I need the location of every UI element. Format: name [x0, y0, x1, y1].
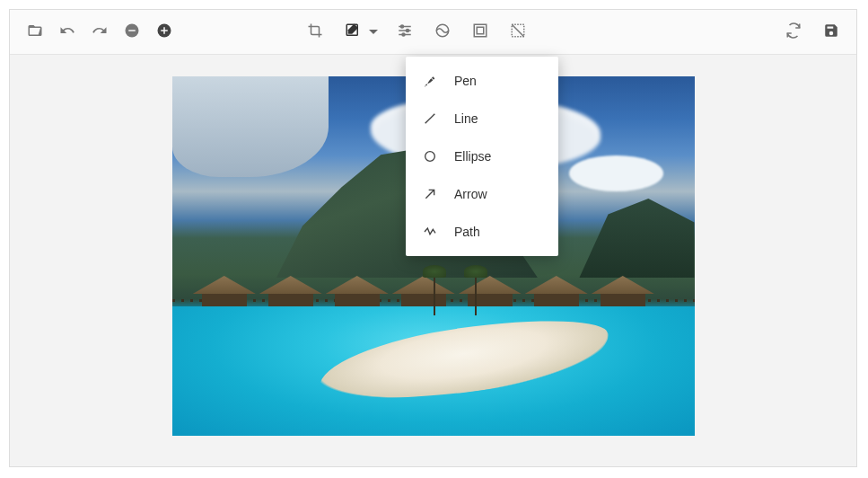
draw-button[interactable] [340, 20, 365, 45]
svg-point-9 [400, 25, 403, 28]
path-icon [422, 224, 438, 240]
toolbar [10, 10, 856, 55]
svg-rect-14 [477, 27, 484, 34]
draw-dropdown-menu: Pen Line Ellipse Arrow Path [406, 57, 558, 256]
sliders-icon [397, 22, 413, 42]
resize-button[interactable] [505, 20, 530, 45]
dropdown-item-pen[interactable]: Pen [406, 62, 558, 100]
undo-button[interactable] [55, 20, 80, 45]
ellipse-icon [422, 148, 438, 164]
plus-circle-icon [156, 22, 172, 42]
refresh-icon [785, 22, 802, 42]
frame-button[interactable] [468, 20, 493, 45]
save-button[interactable] [819, 20, 844, 45]
chevron-down-icon [369, 24, 378, 40]
svg-point-10 [406, 29, 408, 31]
dropdown-item-line[interactable]: Line [406, 100, 558, 137]
svg-line-16 [425, 114, 435, 124]
draw-dropdown-toggle[interactable] [367, 20, 380, 45]
folder-open-icon [27, 22, 43, 42]
dropdown-item-ellipse[interactable]: Ellipse [406, 137, 558, 175]
dropdown-item-label: Path [454, 225, 480, 239]
resize-icon [510, 22, 526, 42]
dropdown-item-label: Ellipse [454, 149, 491, 164]
crop-icon [307, 22, 323, 42]
redo-icon [92, 22, 108, 42]
dropdown-item-label: Pen [454, 74, 477, 88]
pen-icon [422, 73, 438, 89]
save-icon [823, 22, 839, 42]
open-button[interactable] [22, 20, 48, 45]
svg-line-18 [425, 190, 434, 198]
dropdown-item-arrow[interactable]: Arrow [406, 175, 558, 213]
undo-icon [59, 22, 75, 42]
svg-rect-4 [163, 27, 165, 34]
line-icon [422, 111, 438, 127]
frame-icon [472, 22, 488, 42]
zoom-out-button[interactable] [119, 20, 145, 45]
svg-point-17 [425, 152, 435, 162]
dropdown-item-label: Line [454, 111, 478, 126]
minus-circle-icon [124, 22, 140, 42]
svg-rect-13 [474, 24, 487, 37]
redo-button[interactable] [87, 20, 112, 45]
svg-rect-1 [128, 30, 136, 31]
zoom-in-button[interactable] [152, 20, 177, 45]
effects-button[interactable] [430, 20, 455, 45]
arrow-icon [422, 186, 438, 202]
draw-icon [345, 22, 361, 42]
effects-icon [434, 22, 451, 42]
dropdown-item-path[interactable]: Path [406, 213, 558, 251]
image-editor: Pen Line Ellipse Arrow Path [9, 9, 857, 467]
crop-button[interactable] [302, 20, 328, 45]
reset-button[interactable] [781, 20, 806, 45]
svg-point-11 [402, 33, 405, 36]
adjust-button[interactable] [392, 20, 417, 45]
dropdown-item-label: Arrow [454, 187, 487, 201]
